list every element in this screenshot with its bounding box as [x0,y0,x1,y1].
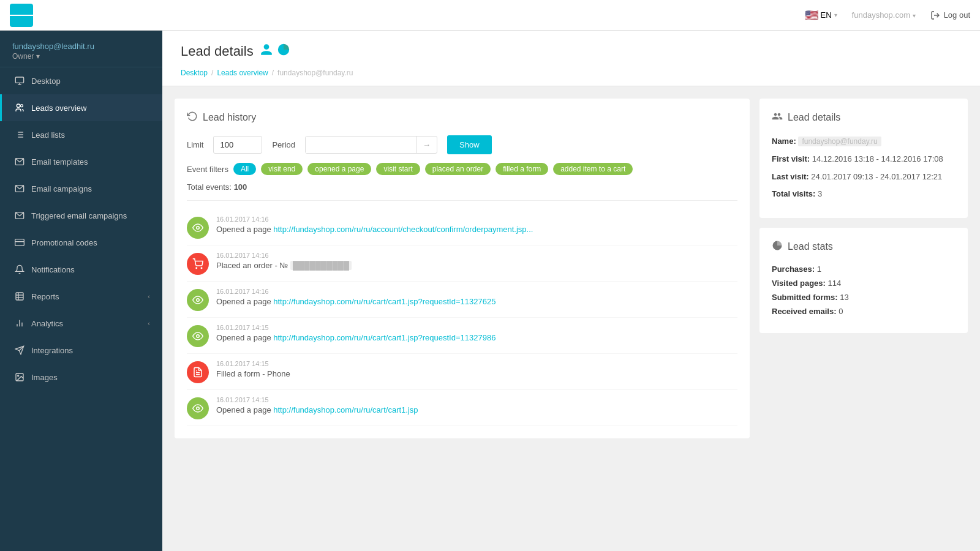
svg-rect-15 [15,239,24,246]
event-content: 16.01.2017 14:15 Opened a page http://fu… [216,396,737,414]
person-icon [260,43,273,60]
event-icon-eye [187,397,209,419]
purchases-row: Purchases: 1 [772,264,956,274]
list-icon [14,129,25,140]
event-icon-form [187,361,209,383]
lead-details-icon [772,111,783,124]
breadcrumb-section[interactable]: Leads overview [217,69,268,77]
lead-last-visit-row: Last visit: 24.01.2017 09:13 - 24.01.201… [772,171,956,184]
lead-name-row: Name: fundayshop@funday.ru [772,135,956,148]
filter-tag-added-cart[interactable]: added item to a cart [553,163,633,175]
event-time: 16.01.2017 14:15 [216,360,737,367]
event-content: 16.01.2017 14:16 Placed an order - № ███… [216,252,737,270]
svg-point-31 [197,299,200,302]
sidebar-item-label: Triggered email campaigns [31,211,150,220]
event-link[interactable]: http://fundayshop.com/ru/ru/account/chec… [273,225,533,234]
sidebar-item-label: Analytics [31,319,141,328]
breadcrumb: Desktop / Leads overview / fundayshop@fu… [181,69,962,86]
breadcrumb-current: fundayshop@funday.ru [277,69,353,77]
sidebar-item-triggered-email[interactable]: Triggered email campaigns [0,202,162,229]
event-icon-eye [187,325,209,347]
filter-tag-all[interactable]: All [233,163,256,175]
lead-first-visit-row: First visit: 14.12.2016 13:18 - 14.12.20… [772,153,956,166]
event-content: 16.01.2017 14:15 Filled a form - Phone [216,360,737,378]
sidebar-item-images[interactable]: Images [0,364,162,391]
event-link[interactable]: http://fundayshop.com/ru/ru/cart/cart1.j… [273,297,496,306]
event-list[interactable]: 16.01.2017 14:16 Opened a page http://fu… [187,209,737,426]
show-button[interactable]: Show [447,135,492,154]
chevron-right-icon: ‹ [148,320,150,327]
sidebar-item-integrations[interactable]: Integrations [0,337,162,364]
pie-chart-icon [277,43,290,60]
language-selector[interactable]: 🇺🇸 EN ▾ [805,9,837,22]
sidebar-item-desktop[interactable]: Desktop [0,67,162,94]
menu-button[interactable] [10,4,33,27]
event-desc: Filled a form - Phone [216,369,737,378]
event-content: 16.01.2017 14:16 Opened a page http://fu… [216,288,737,306]
username-chevron-icon: ▾ [913,12,916,19]
period-group: → [305,136,437,154]
sidebar-item-leads-overview[interactable]: Leads overview [0,94,162,121]
event-time: 16.01.2017 14:16 [216,216,737,223]
limit-input[interactable] [213,136,262,154]
topbar-username[interactable]: fundayshop.com ▾ [852,10,916,20]
svg-point-5 [20,105,23,107]
sidebar-item-label: Images [31,373,150,382]
sidebar-item-email-templates[interactable]: Email templates [0,148,162,175]
divider [187,200,737,201]
svg-point-32 [197,335,200,338]
sidebar-item-lead-lists[interactable]: Lead lists [0,121,162,148]
event-desc: Opened a page http://fundayshop.com/ru/r… [216,405,737,414]
leads-icon [14,102,25,113]
lead-name-value: fundayshop@funday.ru [798,137,881,146]
event-link[interactable]: http://fundayshop.com/ru/ru/cart/cart1.j… [273,333,496,342]
language-label: EN [821,10,832,20]
total-events: Total events: 100 [187,182,737,192]
flag-chevron-icon: ▾ [834,12,837,18]
sidebar-item-analytics[interactable]: Analytics ‹ [0,310,162,337]
promo-icon [14,237,25,248]
event-icon-eye [187,289,209,311]
lead-stats-card: Lead stats Purchases: 1 Visited pages: 1… [760,228,968,333]
lead-stats-title: Lead stats [772,240,956,253]
filter-tag-opened-page[interactable]: opened a page [307,163,371,175]
sidebar-item-email-campaigns[interactable]: Email campaigns [0,175,162,202]
topbar: 🇺🇸 EN ▾ fundayshop.com ▾ Log out [0,0,980,31]
event-time: 16.01.2017 14:15 [216,324,737,331]
logout-icon [930,10,940,20]
sidebar-username: fundayshop@leadhit.ru [12,42,150,51]
email-icon [14,156,25,167]
event-item: 16.01.2017 14:16 Placed an order - № ███… [187,246,737,282]
event-item: 16.01.2017 14:16 Opened a page http://fu… [187,209,737,246]
images-icon [14,372,25,383]
sidebar-item-reports[interactable]: Reports ‹ [0,283,162,310]
sidebar-item-label: Email campaigns [31,184,150,193]
filter-tag-placed-order[interactable]: placed an order [425,163,491,175]
sidebar-role[interactable]: Owner ▾ [12,52,150,61]
event-link[interactable]: http://fundayshop.com/ru/ru/cart/cart1.j… [273,405,418,414]
main-content: Lead details Desktop / Leads overview / … [162,31,980,551]
filter-tag-visit-start[interactable]: visit start [376,163,420,175]
content-area: Lead history Limit Period → Show Event f… [162,86,980,451]
sidebar-item-label: Integrations [31,346,150,355]
breadcrumb-separator: / [211,69,213,77]
limit-label: Limit [187,140,203,149]
sidebar-item-notifications[interactable]: Notifications [0,256,162,283]
breadcrumb-home[interactable]: Desktop [181,69,208,77]
period-input[interactable] [306,137,416,153]
event-desc: Opened a page http://fundayshop.com/ru/r… [216,333,737,342]
filter-tag-visit-end[interactable]: visit end [261,163,303,175]
logout-button[interactable]: Log out [930,10,970,20]
svg-point-35 [197,407,200,410]
sidebar: fundayshop@leadhit.ru Owner ▾ Desktop Le… [0,31,162,551]
sidebar-item-label: Promotional codes [31,238,150,247]
triggered-icon [14,210,25,221]
page-header: Lead details Desktop / Leads overview / … [162,31,980,86]
event-time: 16.01.2017 14:16 [216,252,737,259]
sidebar-item-promotional-codes[interactable]: Promotional codes [0,229,162,256]
sidebar-header: fundayshop@leadhit.ru Owner ▾ [0,31,162,67]
lead-history-title: Lead history [187,111,737,124]
event-desc: Opened a page http://fundayshop.com/ru/r… [216,297,737,306]
reports-icon [14,291,25,302]
filter-tag-filled-form[interactable]: filled a form [496,163,548,175]
